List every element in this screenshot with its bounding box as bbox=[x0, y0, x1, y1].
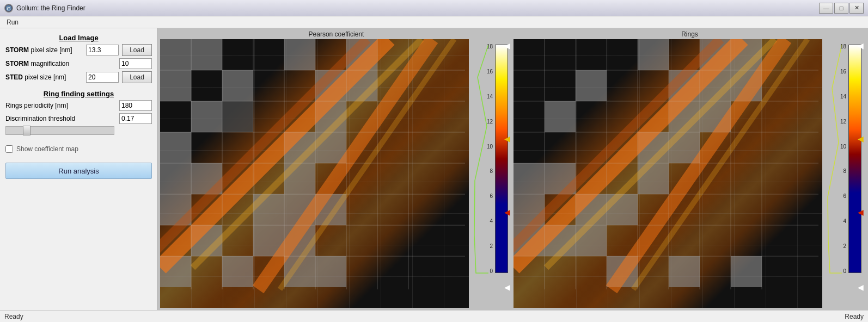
svg-line-74 bbox=[514, 39, 742, 268]
tick-2: 2 bbox=[487, 243, 493, 249]
svg-rect-61 bbox=[669, 132, 700, 163]
pearson-colorbar-bar bbox=[495, 45, 508, 273]
tick-10: 10 bbox=[487, 144, 493, 150]
sidebar: Load Image STORM pixel size [nm] Load ST… bbox=[0, 28, 158, 310]
rings-tick-10: 10 bbox=[840, 144, 846, 150]
discrimination-threshold-input[interactable] bbox=[119, 113, 152, 124]
rings-colorbar-bar bbox=[848, 45, 861, 273]
pearson-panel-container: Pearson coefficient bbox=[160, 30, 512, 308]
load-sted-button[interactable]: Load bbox=[122, 71, 152, 83]
pearson-arrow-red[interactable]: ◀ bbox=[504, 208, 510, 216]
run-analysis-button[interactable]: Run analysis bbox=[5, 163, 152, 179]
show-coefficient-label: Show coefficient map bbox=[16, 145, 78, 153]
rings-tick-12: 12 bbox=[840, 119, 846, 125]
svg-rect-25 bbox=[284, 225, 315, 256]
svg-rect-23 bbox=[191, 225, 222, 256]
storm-magnification-input[interactable] bbox=[119, 58, 152, 69]
sted-pixel-suffix: pixel size [nm] bbox=[25, 73, 66, 81]
svg-line-32 bbox=[160, 39, 367, 268]
rings-arrow-top[interactable]: ◀ bbox=[858, 41, 864, 50]
sted-pixel-input[interactable] bbox=[86, 72, 119, 83]
sted-pixel-row: STED pixel size [nm] Load bbox=[5, 71, 152, 83]
rings-tick-6: 6 bbox=[840, 193, 846, 199]
svg-rect-57 bbox=[545, 101, 576, 132]
pearson-arrow-bottom[interactable]: ◀ bbox=[504, 283, 510, 292]
svg-rect-56 bbox=[731, 70, 762, 101]
svg-rect-2 bbox=[160, 39, 191, 70]
rings-image-canvas[interactable] bbox=[514, 39, 822, 308]
svg-rect-58 bbox=[669, 101, 700, 132]
tick-18: 18 bbox=[487, 44, 493, 49]
svg-rect-3 bbox=[191, 39, 222, 70]
maximize-button[interactable]: □ bbox=[834, 3, 848, 14]
svg-rect-19 bbox=[160, 194, 191, 225]
panels-area: Pearson coefficient bbox=[158, 28, 868, 310]
storm-magnification-suffix: magnification bbox=[30, 60, 69, 67]
rings-periodicity-label: Rings periodicity [nm] bbox=[5, 102, 116, 109]
tick-0: 0 bbox=[487, 268, 493, 274]
pearson-colorbar: 18 16 14 12 10 8 6 4 2 0 ◀ bbox=[469, 39, 512, 300]
show-coefficient-checkbox[interactable] bbox=[5, 145, 13, 153]
svg-rect-63 bbox=[545, 163, 576, 194]
svg-rect-50 bbox=[638, 39, 669, 70]
storm-pixel-suffix: pixel size [nm] bbox=[30, 46, 72, 54]
pearson-arrow-yellow[interactable]: ◀ bbox=[504, 134, 510, 143]
storm-pixel-input[interactable] bbox=[86, 45, 119, 55]
svg-rect-13 bbox=[160, 132, 191, 163]
svg-rect-70 bbox=[576, 225, 607, 256]
svg-line-30 bbox=[160, 39, 389, 268]
title-bar: G Gollum: the Ring Finder — □ ✕ bbox=[0, 0, 868, 16]
rings-arrow-red[interactable]: ◀ bbox=[858, 208, 864, 216]
svg-rect-28 bbox=[284, 256, 315, 287]
sted-pixel-bold: STED bbox=[5, 73, 23, 81]
pearson-image-canvas[interactable] bbox=[160, 39, 469, 308]
svg-rect-55 bbox=[700, 70, 731, 101]
rings-arrow-bottom[interactable]: ◀ bbox=[858, 283, 864, 292]
pearson-arrow-top[interactable]: ◀ bbox=[504, 41, 510, 50]
pearson-colorbar-ticks: 18 16 14 12 10 8 6 4 2 0 bbox=[487, 44, 493, 274]
svg-rect-9 bbox=[346, 70, 377, 101]
sted-pixel-label: STED pixel size [nm] bbox=[5, 73, 83, 81]
threshold-slider[interactable] bbox=[5, 126, 114, 135]
svg-rect-69 bbox=[545, 225, 576, 256]
svg-line-33 bbox=[258, 39, 432, 289]
svg-rect-51 bbox=[700, 39, 731, 70]
svg-rect-12 bbox=[315, 101, 346, 132]
svg-rect-5 bbox=[346, 39, 377, 70]
close-button[interactable]: ✕ bbox=[849, 3, 864, 14]
rings-tick-14: 14 bbox=[840, 94, 846, 100]
svg-rect-7 bbox=[222, 70, 253, 101]
svg-rect-72 bbox=[669, 256, 700, 287]
menu-bar: Run bbox=[0, 16, 868, 28]
svg-line-34 bbox=[280, 39, 454, 289]
svg-text:G: G bbox=[7, 6, 10, 11]
svg-rect-22 bbox=[315, 194, 346, 225]
ring-settings-title: Ring finding settings bbox=[5, 90, 152, 98]
svg-rect-52 bbox=[731, 39, 762, 70]
storm-pixel-row: STORM pixel size [nm] Load bbox=[5, 44, 152, 56]
rings-periodicity-input[interactable] bbox=[119, 100, 152, 111]
svg-rect-15 bbox=[315, 132, 346, 163]
tick-16: 16 bbox=[487, 69, 493, 75]
rings-tick-18: 18 bbox=[840, 44, 846, 49]
rings-panel-container: Rings bbox=[514, 30, 866, 308]
slider-container bbox=[5, 126, 152, 137]
storm-pixel-label: STORM pixel size [nm] bbox=[5, 46, 83, 54]
pearson-panel-inner: 18 16 14 12 10 8 6 4 2 0 ◀ bbox=[160, 39, 512, 308]
tick-4: 4 bbox=[487, 218, 493, 224]
load-image-title: Load Image bbox=[5, 34, 152, 42]
svg-line-76 bbox=[514, 39, 720, 268]
svg-line-75 bbox=[546, 39, 775, 268]
menu-item-run[interactable]: Run bbox=[2, 17, 23, 27]
rings-arrow-yellow[interactable]: ◀ bbox=[858, 134, 864, 143]
minimize-button[interactable]: — bbox=[819, 3, 833, 14]
tick-12: 12 bbox=[487, 119, 493, 125]
app-icon: G bbox=[4, 4, 13, 13]
svg-rect-62 bbox=[514, 163, 545, 194]
load-storm-button[interactable]: Load bbox=[122, 44, 152, 56]
svg-rect-68 bbox=[514, 225, 545, 256]
svg-line-31 bbox=[193, 39, 421, 268]
svg-rect-54 bbox=[669, 70, 700, 101]
svg-rect-67 bbox=[607, 194, 638, 225]
tick-8: 8 bbox=[487, 168, 493, 174]
